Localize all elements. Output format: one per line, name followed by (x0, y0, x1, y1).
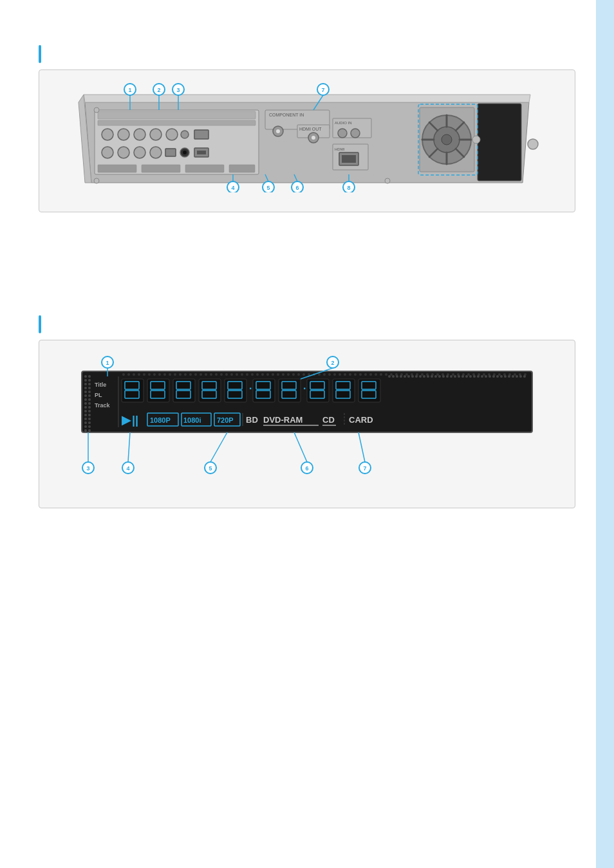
svg-point-101 (200, 373, 202, 376)
svg-point-169 (84, 383, 87, 385)
svg-point-174 (88, 391, 91, 393)
svg-text:COMPONENT IN: COMPONENT IN (269, 113, 304, 117)
svg-rect-24 (98, 165, 136, 172)
svg-text:HDMI: HDMI (335, 147, 345, 151)
svg-point-266 (523, 375, 526, 378)
svg-point-237 (411, 375, 414, 378)
svg-point-107 (230, 373, 233, 376)
svg-text:5: 5 (266, 185, 270, 191)
svg-point-91 (148, 373, 151, 376)
svg-point-162 (514, 373, 516, 376)
svg-point-89 (138, 373, 140, 376)
svg-text:1: 1 (128, 87, 131, 93)
svg-marker-1 (84, 95, 530, 102)
svg-point-99 (189, 373, 192, 376)
svg-point-60 (472, 136, 480, 143)
svg-point-115 (272, 373, 274, 376)
svg-point-21 (183, 151, 187, 154)
svg-point-129 (344, 373, 346, 376)
rear-panel-text (39, 238, 575, 257)
svg-point-116 (277, 373, 279, 376)
svg-point-153 (467, 373, 470, 376)
svg-point-18 (150, 147, 162, 158)
svg-point-128 (339, 373, 341, 376)
display-panel-svg: Title PL Track (75, 353, 539, 482)
svg-point-193 (84, 429, 87, 432)
svg-point-259 (496, 375, 499, 378)
svg-point-233 (396, 375, 398, 378)
svg-point-15 (102, 147, 113, 158)
svg-point-173 (84, 391, 87, 393)
svg-point-92 (153, 373, 156, 376)
svg-point-166 (88, 375, 91, 378)
svg-point-264 (516, 375, 518, 378)
svg-point-118 (287, 373, 290, 376)
svg-point-11 (150, 129, 162, 140)
svg-point-147 (436, 373, 439, 376)
svg-point-168 (88, 379, 91, 382)
display-diagram: Title PL Track (39, 340, 575, 508)
svg-point-136 (380, 373, 382, 376)
rear-panel-section: COMPONENT IN HDMI OUT AUDIO IN HDMI (39, 45, 575, 257)
svg-point-104 (215, 373, 218, 376)
svg-point-194 (88, 429, 91, 432)
svg-text:8: 8 (347, 185, 350, 191)
svg-point-110 (246, 373, 248, 376)
svg-point-16 (118, 147, 129, 158)
svg-rect-25 (142, 165, 180, 172)
svg-point-245 (442, 375, 445, 378)
svg-point-159 (498, 373, 501, 376)
rear-panel-diagram: COMPONENT IN HDMI OUT AUDIO IN HDMI (39, 69, 575, 212)
svg-rect-26 (185, 165, 224, 172)
svg-point-180 (88, 402, 91, 405)
svg-point-192 (88, 425, 91, 428)
svg-point-191 (84, 425, 87, 428)
svg-point-251 (465, 375, 468, 378)
svg-point-102 (205, 373, 207, 376)
svg-point-178 (88, 398, 91, 401)
svg-text:6: 6 (305, 465, 308, 472)
svg-point-189 (84, 421, 87, 424)
svg-point-187 (84, 418, 87, 420)
svg-point-234 (400, 375, 402, 378)
svg-text:1080P: 1080P (150, 416, 171, 424)
svg-point-254 (477, 375, 479, 378)
svg-point-171 (84, 387, 87, 389)
svg-text:5: 5 (209, 465, 212, 472)
svg-point-17 (134, 147, 145, 158)
svg-point-109 (241, 373, 243, 376)
svg-point-13 (181, 131, 189, 138)
svg-point-252 (469, 375, 472, 378)
svg-point-265 (519, 375, 522, 378)
svg-point-134 (369, 373, 372, 376)
svg-point-179 (84, 402, 87, 405)
svg-line-294 (128, 432, 130, 462)
svg-point-114 (266, 373, 269, 376)
svg-text:HDMI OUT: HDMI OUT (299, 127, 322, 131)
svg-point-138 (390, 373, 393, 376)
svg-point-242 (431, 375, 433, 378)
svg-line-303 (358, 432, 365, 462)
svg-point-186 (88, 414, 91, 416)
svg-point-144 (421, 373, 423, 376)
svg-point-257 (488, 375, 491, 378)
svg-text:||: || (132, 414, 138, 427)
svg-point-119 (292, 373, 295, 376)
svg-point-105 (220, 373, 223, 376)
svg-point-240 (423, 375, 425, 378)
svg-text:7: 7 (363, 465, 366, 472)
svg-point-88 (133, 373, 135, 376)
svg-point-260 (500, 375, 503, 378)
svg-text:CARD: CARD (349, 415, 373, 425)
svg-point-231 (388, 375, 391, 378)
svg-point-135 (375, 373, 377, 376)
svg-point-50 (442, 134, 452, 145)
svg-text:1080i: 1080i (183, 416, 201, 424)
svg-point-106 (225, 373, 228, 376)
svg-point-127 (333, 373, 336, 376)
svg-point-111 (251, 373, 254, 376)
svg-line-297 (210, 432, 227, 462)
svg-point-90 (143, 373, 145, 376)
svg-point-95 (169, 373, 171, 376)
svg-point-262 (508, 375, 510, 378)
